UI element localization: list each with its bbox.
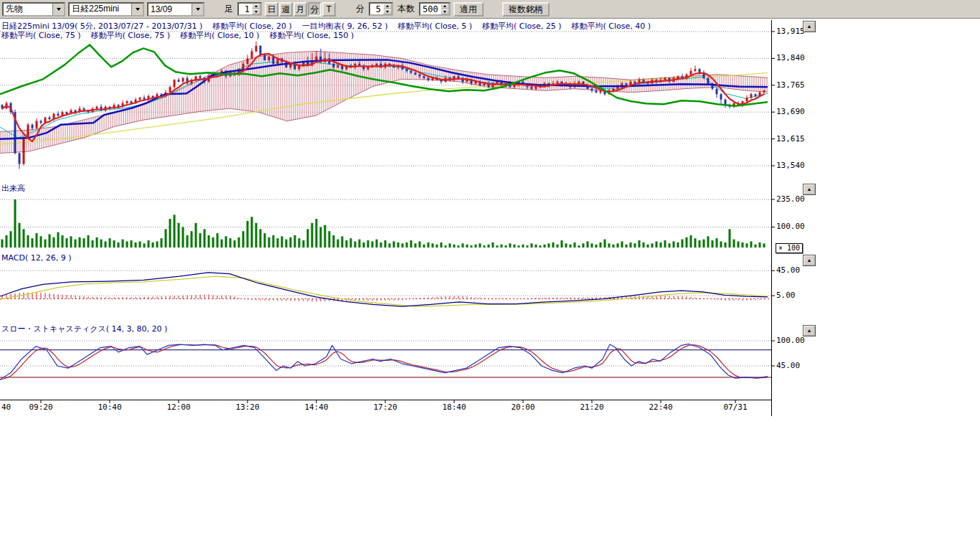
y-axis-label: 13,915 [776,27,805,36]
period-button-日[interactable]: 日 [265,2,278,17]
x-axis-label: 10:40 [98,402,121,412]
period-button-週[interactable]: 週 [279,2,293,17]
y-axis-label: 100.00 [776,336,805,345]
stoch-pane-scroll-up-button[interactable]: ▲ [804,326,815,336]
x-axis-label: 13:20 [235,402,259,412]
y-axis-label: 235.00 [776,194,805,204]
macd-pane-scroll-up-button[interactable]: ▲ [804,255,815,265]
indicator-label: 移動平均( Close, 5 ) [397,22,472,31]
spinner-arrows[interactable] [252,4,260,14]
stochastics-pane-label: スロー・ストキャスティクス( 14, 3, 80, 20 ) [1,324,167,334]
x-axis-label: 07/31 [723,402,747,412]
x-axis-label: 17:20 [373,402,397,412]
y-axis-label: 100.00 [776,222,805,231]
main-toolbar: 先物 日経225mini 13/09 足 1 日週月分T 分 5 本数 500 … [0,0,980,19]
market-combobox[interactable]: 先物 [2,2,65,17]
x-axis-label: 12:00 [166,402,190,412]
indicator-label: 移動平均( Close, 40 ) [572,22,651,31]
spinner-arrows[interactable] [383,4,392,14]
x-axis-label: 22:40 [649,402,672,412]
bar-type-label: 足 [225,3,233,15]
x-axis-label: 18:40 [442,402,466,412]
symbol-combobox[interactable]: 日経225mini [68,2,144,17]
indicator-label: 移動平均( Close, 75 ) [91,31,171,40]
contract-month-combobox[interactable]: 13/09 [147,2,204,17]
contract-month-combobox-value: 13/09 [149,4,192,14]
symbol-combobox-value: 日経225mini [70,3,131,15]
bar-multiplier-value: 1 [239,4,252,14]
indicator-label: 移動平均( Close, 25 ) [482,22,562,31]
y-axis-label: 13,690 [776,107,805,116]
chart-plot-area[interactable] [0,0,818,423]
period-button-T[interactable]: T [322,2,336,17]
y-axis-label: 5.00 [776,291,796,300]
minutes-value: 5 [370,4,383,14]
spinner-arrows[interactable] [440,4,449,14]
multi-symbol-button[interactable]: 複数銘柄 [502,2,550,17]
indicator-label: 移動平均( Close, 75 ) [1,31,81,40]
y-axis-label: 45.00 [776,265,800,275]
y-axis-label: 13,765 [776,80,805,90]
y-axis-label: 13,840 [776,53,805,62]
indicator-header-line2: 移動平均( Close, 75 )移動平均( Close, 75 )移動平均( … [1,30,364,41]
bar-multiplier-spinner[interactable]: 1 [237,2,262,16]
macd-pane-label: MACD( 12, 26, 9 ) [1,253,72,263]
period-button-月[interactable]: 月 [293,2,307,17]
volume-pane-scroll-up-button[interactable]: ▲ [804,184,815,194]
price-pane-scroll-up-button[interactable]: ▲ [804,22,815,32]
y-axis-label: 45.00 [776,361,800,370]
x-axis-label: 2:40 [0,402,11,412]
minutes-spinner[interactable]: 5 [369,2,393,16]
indicator-label: 移動平均( Close, 150 ) [270,31,354,40]
y-axis-label: 13,540 [776,161,805,170]
dropdown-arrow-icon[interactable] [52,4,64,15]
bar-count-label: 本数 [397,3,415,15]
indicator-label: 移動平均( Close, 10 ) [180,31,260,40]
y-axis-label: 13,615 [776,134,805,143]
x-axis-label: 21:20 [580,402,603,412]
minutes-label: 分 [356,3,364,15]
bar-count-value: 500 [420,4,440,14]
period-button-分[interactable]: 分 [308,2,321,17]
dropdown-arrow-icon[interactable] [131,4,143,15]
apply-button[interactable]: 適用 [453,2,484,17]
volume-pane-label: 出来高 [1,183,25,194]
x-axis-label: 20:00 [511,402,534,412]
x-axis-label: 14:40 [304,402,328,412]
market-combobox-value: 先物 [4,3,52,15]
x-axis-label: 09:20 [29,402,52,412]
volume-multiplier-badge: × 100 [776,243,803,253]
period-button-group: 日週月分T [265,2,336,17]
dropdown-arrow-icon[interactable] [192,4,203,15]
trading-app-window: 先物 日経225mini 13/09 足 1 日週月分T 分 5 本数 500 … [0,0,980,551]
bar-count-spinner[interactable]: 500 [419,2,451,16]
